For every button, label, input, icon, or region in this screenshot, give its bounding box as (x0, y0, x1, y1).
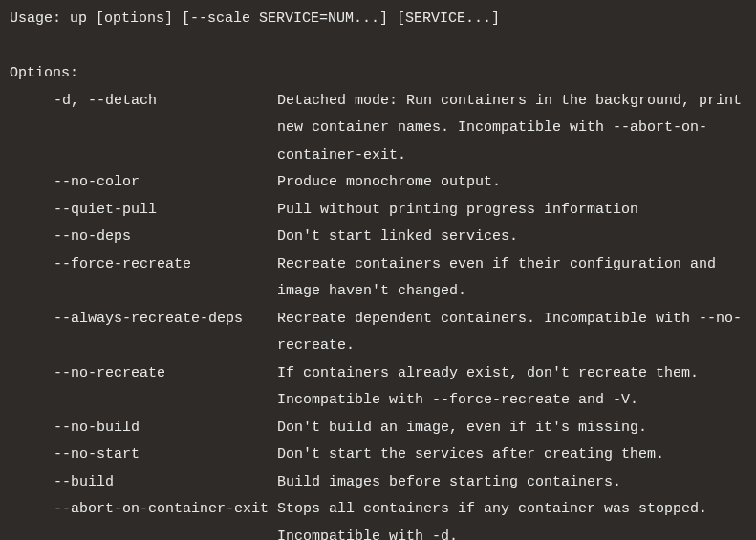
option-desc: If containers already exist, don't recre… (277, 360, 746, 415)
option-flag: -d, --detach (10, 88, 277, 116)
option-flag: --no-recreate (10, 360, 277, 388)
option-flag: --no-start (10, 442, 277, 469)
option-row: --force-recreate Recreate containers eve… (10, 251, 746, 306)
option-desc: Stops all containers if any container wa… (277, 496, 746, 540)
option-row: --no-deps Don't start linked services. (10, 224, 746, 251)
option-desc: Pull without printing progress informati… (277, 197, 746, 225)
option-row: --abort-on-container-exit Stops all cont… (10, 496, 746, 540)
option-flag: --no-deps (10, 224, 277, 251)
option-desc: Build images before starting containers. (277, 469, 746, 497)
option-flag: --no-build (10, 415, 277, 443)
options-header: Options: (10, 60, 746, 88)
option-row: --no-color Produce monochrome output. (10, 169, 746, 197)
option-row: --no-build Don't build an image, even if… (10, 415, 746, 443)
option-flag: --force-recreate (10, 251, 277, 279)
option-desc: Don't start the services after creating … (277, 442, 746, 469)
option-desc: Don't build an image, even if it's missi… (277, 415, 746, 443)
option-row: --no-start Don't start the services afte… (10, 442, 746, 469)
option-flag: --quiet-pull (10, 197, 277, 225)
option-row: --quiet-pull Pull without printing progr… (10, 197, 746, 225)
option-flag: --no-color (10, 169, 277, 197)
option-desc: Recreate dependent containers. Incompati… (277, 306, 746, 360)
option-desc: Don't start linked services. (277, 224, 746, 251)
usage-line: Usage: up [options] [--scale SERVICE=NUM… (10, 6, 746, 33)
option-desc: Detached mode: Run containers in the bac… (277, 88, 746, 170)
blank-line (10, 33, 746, 61)
option-flag: --abort-on-container-exit (10, 496, 277, 524)
option-desc: Recreate containers even if their config… (277, 251, 746, 306)
option-flag: --always-recreate-deps (10, 306, 277, 334)
option-row: --always-recreate-deps Recreate dependen… (10, 306, 746, 360)
option-flag: --build (10, 469, 277, 497)
option-row: --build Build images before starting con… (10, 469, 746, 497)
option-desc: Produce monochrome output. (277, 169, 746, 197)
option-row: -d, --detach Detached mode: Run containe… (10, 88, 746, 170)
option-row: --no-recreate If containers already exis… (10, 360, 746, 415)
